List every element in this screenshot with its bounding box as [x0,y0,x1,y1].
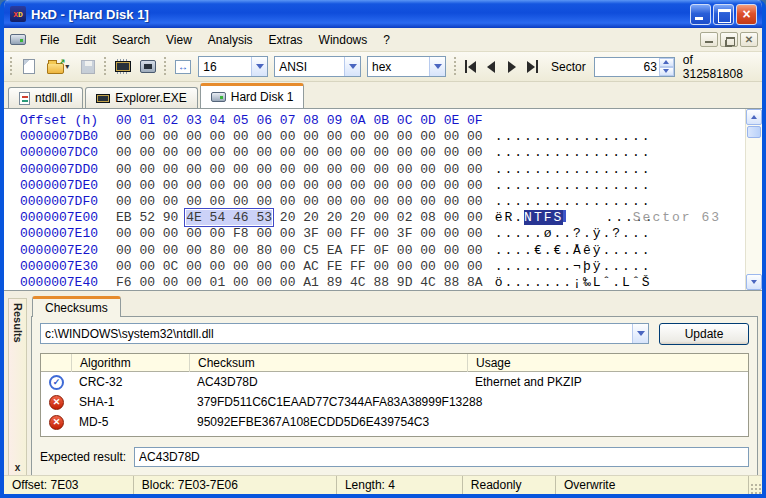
mdi-restore-button[interactable] [720,32,738,47]
row-bytes[interactable]: 00 00 00 00 80 00 80 00 C5 EA FF 0F 00 0… [116,243,483,259]
scrollbar-track[interactable] [746,139,762,274]
row-bytes[interactable]: 00 00 00 00 00 F8 00 00 3F 00 FF 00 3F 0… [116,226,483,242]
dropdown-button[interactable] [344,57,360,76]
expected-result-input[interactable] [134,447,749,467]
menu-windows[interactable]: Windows [311,30,376,50]
scroll-up-button[interactable] [746,109,762,125]
sector-input[interactable] [595,60,659,74]
spin-up-button[interactable] [659,58,674,67]
statusbar-overwrite[interactable]: Overwrite [556,476,749,494]
dropdown-button[interactable] [632,324,648,343]
tab-checksums[interactable]: Checksums [32,296,121,317]
row-bytes[interactable]: F6 00 00 00 01 00 00 00 A1 89 4C 88 9D 4… [116,275,483,291]
tab-hard-disk-1[interactable]: Hard Disk 1 [200,83,305,108]
mdi-minimize-button[interactable] [700,32,718,47]
column-header-usage[interactable]: Usage [467,354,748,372]
hex-row[interactable]: 0000007E1000 00 00 00 00 F8 00 00 3F 00 … [4,226,745,242]
checksum-row[interactable]: ✕SHA-1379FD511C6C1EAAD77C7344AFA83A38999… [41,392,748,412]
dropdown-button[interactable] [251,57,267,76]
hex-row[interactable]: 0000007DE000 00 00 00 00 00 00 00 00 00 … [4,178,745,194]
dropdown-button[interactable] [429,57,445,76]
results-caption-strip[interactable]: Results x [8,298,27,477]
tab-explorer-exe[interactable]: Explorer.EXE [85,87,197,108]
toolbar-gripper[interactable] [9,57,14,77]
row-ascii[interactable]: ........¬þÿ..... [495,259,652,275]
hex-row[interactable]: 0000007DD000 00 00 00 00 00 00 00 00 00 … [4,162,745,178]
checksum-row[interactable]: ✓CRC-32AC43D78DEthernet and PKZIP [41,372,748,392]
menu-[interactable]: ? [375,30,398,50]
menu-view[interactable]: View [158,30,200,50]
sector-number-field[interactable] [594,57,675,77]
column-header-checksum[interactable]: Checksum [189,354,467,372]
new-file-button[interactable] [18,55,41,79]
row-ascii[interactable]: ................ [495,162,652,178]
offset-base-combo[interactable]: hex [367,56,446,77]
row-bytes[interactable]: 00 00 00 00 00 00 00 00 00 00 00 00 00 0… [116,129,483,145]
menu-extras[interactable]: Extras [261,30,311,50]
row-ascii[interactable]: ................ [495,129,652,145]
menu-analysis[interactable]: Analysis [200,30,261,50]
toolbar-gripper[interactable] [163,57,168,77]
results-close-button[interactable]: x [15,462,21,473]
titlebar[interactable]: XD HxD - [Hard Disk 1] × [4,0,762,28]
selected-bytes[interactable]: 4E 54 46 53 [186,210,272,225]
toolbar: ▾ ↔ 16 ANSI hex Sector [4,52,762,82]
toolbar-gripper[interactable] [452,57,457,77]
row-bytes[interactable]: EB 52 90 4E 54 46 53 20 20 20 20 00 02 0… [116,210,483,226]
row-bytes[interactable]: 00 00 00 00 00 00 00 00 00 00 00 00 00 0… [116,162,483,178]
scroll-down-button[interactable] [746,274,762,290]
save-button[interactable] [76,55,99,79]
row-bytes[interactable]: 00 00 0C 00 00 00 00 00 AC FE FF 00 00 0… [116,259,483,275]
row-ascii[interactable]: ö.......¡‰Lˆ.LˆŠ [495,275,652,291]
first-sector-button[interactable] [460,56,481,78]
mdi-close-button[interactable]: ✕ [740,32,758,47]
hex-row[interactable]: 0000007DF000 00 00 00 00 00 00 00 00 00 … [4,194,745,210]
file-path-input[interactable] [41,327,632,341]
row-bytes[interactable]: 00 00 00 00 00 00 00 00 00 00 00 00 00 0… [116,178,483,194]
bytes-per-row-combo[interactable]: 16 [198,56,268,77]
open-file-button[interactable]: ▾ [42,55,74,79]
hex-grid[interactable]: Offset (h)00 01 02 03 04 05 06 07 08 09 … [4,109,745,290]
hex-row[interactable]: 0000007E2000 00 00 00 80 00 80 00 C5 EA … [4,243,745,259]
column-header-algorithm[interactable]: Algorithm [71,354,189,372]
close-button[interactable]: × [736,4,757,25]
row-ascii[interactable]: .....ø..?.ÿ.?... [495,226,652,242]
hex-row[interactable]: 0000007DB000 00 00 00 00 00 00 00 00 00 … [4,129,745,145]
open-ram-button[interactable] [112,55,135,79]
row-ascii[interactable]: ................ [495,145,652,161]
resize-grip[interactable] [749,482,761,494]
selected-ascii[interactable]: NTFS [524,210,563,225]
row-ascii[interactable]: ëR.NTFS ..... [495,210,655,226]
hex-editor[interactable]: Offset (h)00 01 02 03 04 05 06 07 08 09 … [4,108,762,291]
next-sector-button[interactable] [502,56,523,78]
hex-row[interactable]: 0000007E3000 00 0C 00 00 00 00 00 AC FE … [4,259,745,275]
last-sector-button[interactable] [522,56,543,78]
row-ascii[interactable]: ................ [495,178,652,194]
open-disk-button[interactable] [136,55,159,79]
previous-sector-button[interactable] [481,56,502,78]
menu-search[interactable]: Search [104,30,158,50]
file-path-combo[interactable] [40,323,649,344]
scrollbar-thumb[interactable] [747,126,761,138]
toolbar-gripper[interactable] [103,57,108,77]
row-ascii[interactable]: ....€.€.Åêÿ..... [495,243,652,259]
checksum-row[interactable]: ✕MD-595092EFBE367A108ECDD5D6E439754C3 [41,412,748,432]
row-bytes[interactable]: 00 00 00 00 00 00 00 00 00 00 00 00 00 0… [116,194,483,210]
statusbar-readonly[interactable]: Readonly [463,476,556,494]
hex-row[interactable]: 0000007E40F6 00 00 00 01 00 00 00 A1 89 … [4,275,745,291]
vertical-scrollbar[interactable] [745,109,762,290]
tab-ntdll-dll[interactable]: ntdll.dll [8,87,83,108]
maximize-button[interactable] [713,4,734,25]
hex-row[interactable]: 0000007E00EB 52 90 4E 54 46 53 20 20 20 … [4,210,745,226]
menu-edit[interactable]: Edit [67,30,104,50]
hex-row[interactable]: 0000007DC000 00 00 00 00 00 00 00 00 00 … [4,145,745,161]
charset-combo[interactable]: ANSI [274,56,361,77]
mdi-child-icon[interactable] [10,34,26,45]
row-bytes[interactable]: 00 00 00 00 00 00 00 00 00 00 00 00 00 0… [116,145,483,161]
menu-file[interactable]: File [32,30,67,50]
spin-down-button[interactable] [659,67,674,76]
bytes-per-row-button[interactable]: ↔ [172,55,195,79]
update-button[interactable]: Update [659,323,749,345]
minimize-button[interactable] [690,4,711,25]
row-ascii[interactable]: ................ [495,194,652,210]
